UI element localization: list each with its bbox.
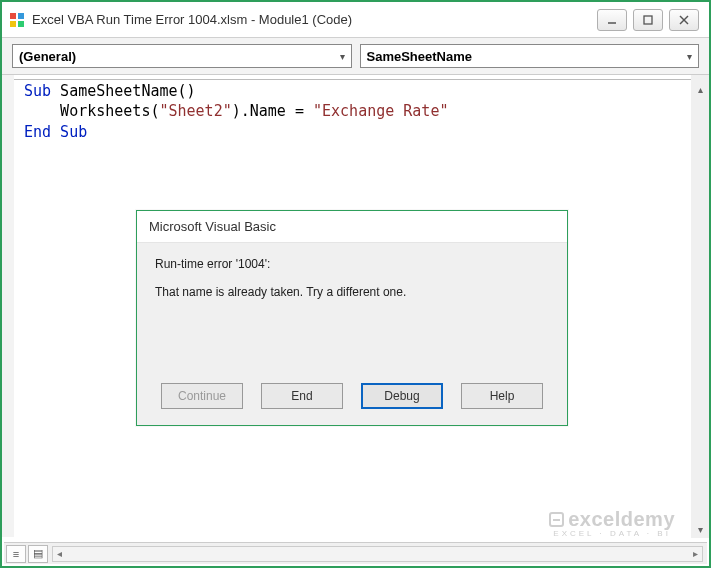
code-text: ).Name = [232,102,313,120]
code-string: "Sheet2" [159,102,231,120]
svg-rect-2 [10,21,16,27]
scroll-up-icon[interactable]: ▴ [691,80,709,98]
procedure-dropdown[interactable]: SameSheetName ▾ [360,44,700,68]
window-title: Excel VBA Run Time Error 1004.xlsm - Mod… [32,12,597,27]
error-dialog: Microsoft Visual Basic Run-time error '1… [136,210,568,426]
minimize-button[interactable] [597,9,627,31]
code-text: Worksheets( [24,102,159,120]
help-button[interactable]: Help [461,383,543,409]
svg-rect-5 [644,16,652,24]
chevron-down-icon: ▾ [687,51,692,62]
svg-rect-0 [10,13,16,19]
window-controls [597,9,699,31]
app-icon [8,11,26,29]
object-dropdown-value: (General) [19,49,76,64]
chevron-down-icon: ▾ [340,51,345,62]
end-button[interactable]: End [261,383,343,409]
code-content: Sub SameSheetName() Worksheets("Sheet2")… [14,75,691,148]
bottom-bar: ≡ ▤ ◂▸ [4,542,707,564]
object-dropdown[interactable]: (General) ▾ [12,44,352,68]
code-keyword: Sub [24,82,51,100]
dialog-body: Run-time error '1004': That name is alre… [137,243,567,373]
debug-button[interactable]: Debug [361,383,443,409]
full-module-view-button[interactable]: ▤ [28,545,48,563]
dialog-title: Microsoft Visual Basic [137,211,567,243]
procedure-view-button[interactable]: ≡ [6,545,26,563]
svg-rect-1 [18,13,24,19]
code-text: SameSheetName() [51,82,196,100]
code-keyword: End Sub [24,123,87,141]
maximize-button[interactable] [633,9,663,31]
scroll-left-icon[interactable]: ◂ [57,548,62,559]
code-string: "Exchange Rate" [313,102,448,120]
horizontal-scrollbar[interactable]: ◂▸ [52,546,703,562]
window-titlebar: Excel VBA Run Time Error 1004.xlsm - Mod… [2,2,709,38]
svg-rect-3 [18,21,24,27]
error-code-text: Run-time error '1004': [155,257,549,271]
scroll-right-icon[interactable]: ▸ [693,548,698,559]
vertical-scrollbar[interactable]: ▴ ▾ [691,80,709,538]
code-divider [14,79,691,80]
continue-button: Continue [161,383,243,409]
close-button[interactable] [669,9,699,31]
scroll-down-icon[interactable]: ▾ [691,520,709,538]
error-message-text: That name is already taken. Try a differ… [155,285,549,299]
object-proc-bar: (General) ▾ SameSheetName ▾ [2,38,709,75]
dialog-button-row: Continue End Debug Help [137,373,567,425]
procedure-dropdown-value: SameSheetName [367,49,473,64]
